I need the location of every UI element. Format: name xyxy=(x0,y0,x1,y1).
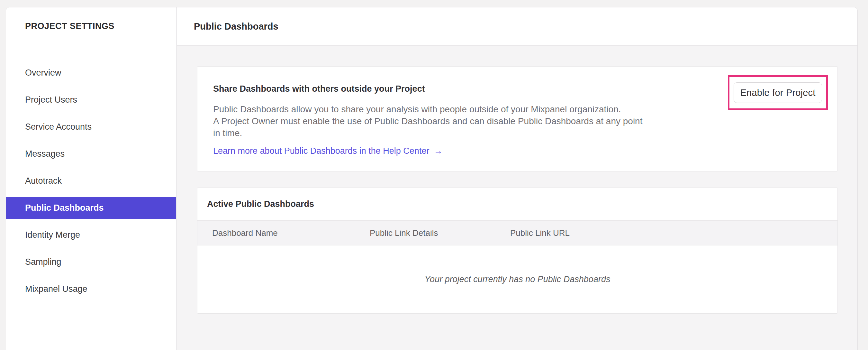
project-settings-panel: PROJECT SETTINGS OverviewProject UsersSe… xyxy=(6,7,858,350)
sidebar-title: PROJECT SETTINGS xyxy=(25,22,176,31)
empty-state-message: Your project currently has no Public Das… xyxy=(197,245,837,313)
dashboards-table-header: Dashboard NamePublic Link DetailsPublic … xyxy=(197,221,837,245)
share-dashboards-card: Share Dashboards with others outside you… xyxy=(197,66,838,172)
sidebar-item-messages[interactable]: Messages xyxy=(6,140,176,167)
enable-for-project-button[interactable]: Enable for Project xyxy=(734,82,822,103)
sidebar-item-service-accounts[interactable]: Service Accounts xyxy=(6,113,176,140)
sidebar-item-sampling[interactable]: Sampling xyxy=(6,249,176,275)
page-header: Public Dashboards xyxy=(177,7,858,46)
arrow-right-icon: → xyxy=(434,146,442,156)
help-center-link-row: Learn more about Public Dashboards in th… xyxy=(213,146,837,156)
share-card-description-line: in time. xyxy=(213,127,837,139)
settings-sidebar: PROJECT SETTINGS OverviewProject UsersSe… xyxy=(6,7,177,350)
share-card-description-line: A Project Owner must enable the use of P… xyxy=(213,115,837,127)
sidebar-item-project-users[interactable]: Project Users xyxy=(6,86,176,113)
column-header-public-link-details: Public Link Details xyxy=(370,228,510,238)
column-header-public-link-url: Public Link URL xyxy=(510,228,837,238)
active-dashboards-card: Active Public Dashboards Dashboard NameP… xyxy=(197,187,838,314)
help-center-link[interactable]: Learn more about Public Dashboards in th… xyxy=(213,146,429,156)
sidebar-item-overview[interactable]: Overview xyxy=(6,59,176,86)
sidebar-nav: OverviewProject UsersService AccountsMes… xyxy=(6,59,176,302)
sidebar-item-public-dashboards[interactable]: Public Dashboards xyxy=(6,197,176,219)
main-area: Public Dashboards Share Dashboards with … xyxy=(177,7,858,350)
sidebar-item-mixpanel-usage[interactable]: Mixpanel Usage xyxy=(6,275,176,302)
sidebar-item-identity-merge[interactable]: Identity Merge xyxy=(6,221,176,249)
column-header-dashboard-name: Dashboard Name xyxy=(212,228,370,238)
annotation-highlight-box: Enable for Project xyxy=(728,75,828,110)
content-area: Share Dashboards with others outside you… xyxy=(177,46,858,350)
sidebar-item-autotrack[interactable]: Autotrack xyxy=(6,167,176,194)
active-card-heading: Active Public Dashboards xyxy=(197,188,837,221)
page-title: Public Dashboards xyxy=(194,21,278,32)
